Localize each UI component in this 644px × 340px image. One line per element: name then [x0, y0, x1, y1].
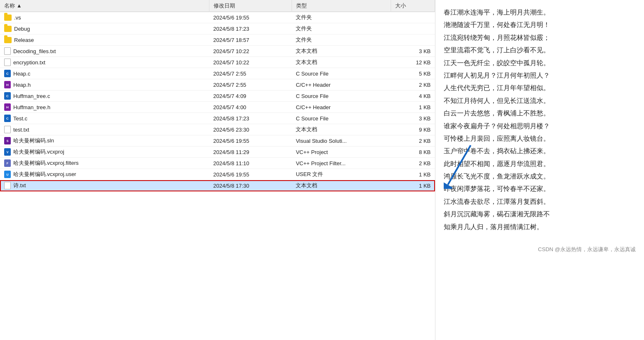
- file-type-cell: VC++ Project: [292, 147, 391, 158]
- folder-icon: [4, 37, 12, 43]
- file-size-cell: 5 KB: [391, 68, 435, 79]
- table-row[interactable]: S哈夫曼树编码.sln2024/5/6 19:55Visual Studio S…: [0, 135, 435, 147]
- file-type-cell: C Source File: [292, 68, 391, 79]
- file-type-cell: 文件夹: [292, 12, 391, 23]
- poem-line: 江水流春去欲尽，江潭落月复西斜。: [444, 196, 636, 208]
- file-type-cell: C Source File: [292, 91, 391, 102]
- file-date-cell: 2024/5/8 11:29: [209, 147, 292, 158]
- file-type-cell: USER 文件: [292, 169, 391, 180]
- file-size-cell: [391, 23, 435, 34]
- file-type-cell: 文本文档: [292, 57, 391, 68]
- file-name-cell: F哈夫曼树编码.vcxproj.filters: [0, 158, 209, 169]
- poem-line: 人生代代无穷已，江月年年望相似。: [444, 82, 636, 94]
- vcxproj-icon: V: [4, 148, 11, 156]
- file-name-label: Release: [14, 37, 34, 43]
- table-row[interactable]: HHeap.h2024/5/7 2:55C/C++ Header2 KB: [0, 79, 435, 91]
- file-explorer: 名称 ▲ 修改日期 类型 大小 .vs2024/5/6 19:55文件夹Debu…: [0, 0, 435, 340]
- col-type-header[interactable]: 类型: [292, 0, 391, 12]
- file-size-cell: 9 KB: [391, 124, 435, 135]
- file-date-cell: 2024/5/7 18:57: [209, 34, 292, 46]
- file-name-label: Huffman_tree.h: [13, 104, 50, 110]
- file-date-cell: 2024/5/8 17:23: [209, 23, 292, 34]
- table-row[interactable]: 诗.txt2024/5/8 17:30文本文档1 KB: [0, 180, 435, 191]
- file-name-label: 哈夫曼树编码.vcxproj: [13, 148, 64, 156]
- file-type-cell: C/C++ Header: [292, 102, 391, 113]
- table-row[interactable]: V哈夫曼树编码.vcxproj2024/5/8 11:29VC++ Projec…: [0, 147, 435, 158]
- file-size-cell: 3 KB: [391, 113, 435, 124]
- table-row[interactable]: test.txt2024/5/6 23:30文本文档9 KB: [0, 124, 435, 135]
- poem-line: 斜月沉沉藏海雾，碣石潇湘无限路不: [444, 208, 636, 220]
- file-name-cell: .vs: [0, 12, 209, 23]
- file-date-cell: 2024/5/7 10:22: [209, 57, 292, 68]
- poem-line: 江天一色无纤尘，皎皎空中孤月轮。: [444, 57, 636, 69]
- file-type-cell: 文本文档: [292, 124, 391, 135]
- file-type-cell: 文件夹: [292, 23, 391, 34]
- poem-line: 知乘月几人归，落月摇情满江树。: [444, 221, 636, 233]
- col-size-header[interactable]: 大小: [391, 0, 435, 12]
- file-date-cell: 2024/5/7 4:09: [209, 91, 292, 102]
- folder-icon: [4, 26, 12, 32]
- table-header-row: 名称 ▲ 修改日期 类型 大小: [0, 0, 435, 12]
- table-row[interactable]: Release2024/5/7 18:57文件夹: [0, 34, 435, 46]
- table-row[interactable]: .vs2024/5/6 19:55文件夹: [0, 12, 435, 23]
- poem-line: 白云一片去悠悠，青枫浦上不胜愁。: [444, 107, 636, 120]
- c-icon: C: [4, 70, 11, 77]
- file-name-label: encryption.txt: [13, 59, 45, 66]
- file-date-cell: 2024/5/7 2:55: [209, 68, 292, 79]
- table-row[interactable]: U哈夫曼树编码.vcxproj.user2024/5/6 19:55USER 文…: [0, 169, 435, 180]
- file-name-label: Debug: [14, 26, 30, 32]
- file-date-cell: 2024/5/6 19:55: [209, 169, 292, 180]
- file-date-cell: 2024/5/6 23:30: [209, 124, 292, 135]
- table-row[interactable]: Decoding_files.txt2024/5/7 10:22文本文档3 KB: [0, 46, 435, 57]
- table-row[interactable]: Debug2024/5/8 17:23文件夹: [0, 23, 435, 34]
- poem-line: 江畔何人初见月？江月何年初照人？: [444, 69, 636, 82]
- csdn-footer: CSDN @永远热情，永远谦卑，永远真诚: [444, 246, 636, 253]
- file-name-cell: 诗.txt: [0, 180, 209, 191]
- file-size-cell: 1 KB: [391, 180, 435, 191]
- file-type-cell: 文件夹: [292, 34, 391, 46]
- poem-line: 不知江月待何人，但见长江送流水。: [444, 95, 636, 107]
- c-icon: C: [4, 92, 11, 100]
- txt-icon: [4, 126, 11, 133]
- file-size-cell: 8 KB: [391, 147, 435, 158]
- filters-icon: F: [4, 159, 11, 167]
- table-row[interactable]: CHuffman_tree.c2024/5/7 4:09C Source Fil…: [0, 91, 435, 102]
- poem-panel: 春江潮水连海平，海上明月共潮生。滟滟随波千万里，何处春江无月明！江流宛转绕芳甸，…: [435, 0, 644, 340]
- table-row[interactable]: HHuffman_tree.h2024/5/7 4:00C/C++ Header…: [0, 102, 435, 113]
- file-name-label: Decoding_files.txt: [13, 48, 56, 54]
- file-type-cell: C/C++ Header: [292, 79, 391, 91]
- file-date-cell: 2024/5/8 17:23: [209, 113, 292, 124]
- col-name-header[interactable]: 名称 ▲: [0, 0, 209, 12]
- file-size-cell: 4 KB: [391, 91, 435, 102]
- file-name-label: 诗.txt: [13, 182, 26, 189]
- table-row[interactable]: CHeap.c2024/5/7 2:55C Source File5 KB: [0, 68, 435, 79]
- file-size-cell: 3 KB: [391, 46, 435, 57]
- poem-line: 江流宛转绕芳甸，月照花林皆似霰；: [444, 32, 636, 44]
- file-type-cell: 文本文档: [292, 46, 391, 57]
- file-size-cell: 1 KB: [391, 102, 435, 113]
- table-row[interactable]: encryption.txt2024/5/7 10:22文本文档12 KB: [0, 57, 435, 68]
- file-size-cell: [391, 34, 435, 46]
- col-date-header[interactable]: 修改日期: [209, 0, 292, 12]
- file-name-cell: Decoding_files.txt: [0, 46, 209, 57]
- file-name-cell: encryption.txt: [0, 57, 209, 68]
- file-type-cell: VC++ Project Filter...: [292, 158, 391, 169]
- file-table: 名称 ▲ 修改日期 类型 大小 .vs2024/5/6 19:55文件夹Debu…: [0, 0, 435, 191]
- file-name-label: Heap.c: [13, 71, 30, 77]
- file-size-cell: 12 KB: [391, 57, 435, 68]
- file-name-label: 哈夫曼树编码.vcxproj.filters: [13, 159, 78, 167]
- h-icon: H: [4, 81, 11, 88]
- poem-line: 谁家今夜扁舟子？何处相思明月楼？: [444, 120, 636, 132]
- poem-line: 春江潮水连海平，海上明月共潮生。: [444, 6, 636, 19]
- file-name-label: Test.c: [13, 115, 27, 122]
- txt-icon: [4, 182, 11, 189]
- table-row[interactable]: CTest.c2024/5/8 17:23C Source File3 KB: [0, 113, 435, 124]
- svg-line-1: [448, 145, 471, 185]
- file-name-cell: HHuffman_tree.h: [0, 102, 209, 113]
- blue-arrow-icon: [444, 143, 473, 189]
- file-name-label: 哈夫曼树编码.vcxproj.user: [13, 171, 76, 178]
- file-size-cell: 2 KB: [391, 79, 435, 91]
- file-type-cell: 文本文档: [292, 180, 391, 191]
- table-row[interactable]: F哈夫曼树编码.vcxproj.filters2024/5/8 11:10VC+…: [0, 158, 435, 169]
- file-name-label: Heap.h: [13, 82, 31, 88]
